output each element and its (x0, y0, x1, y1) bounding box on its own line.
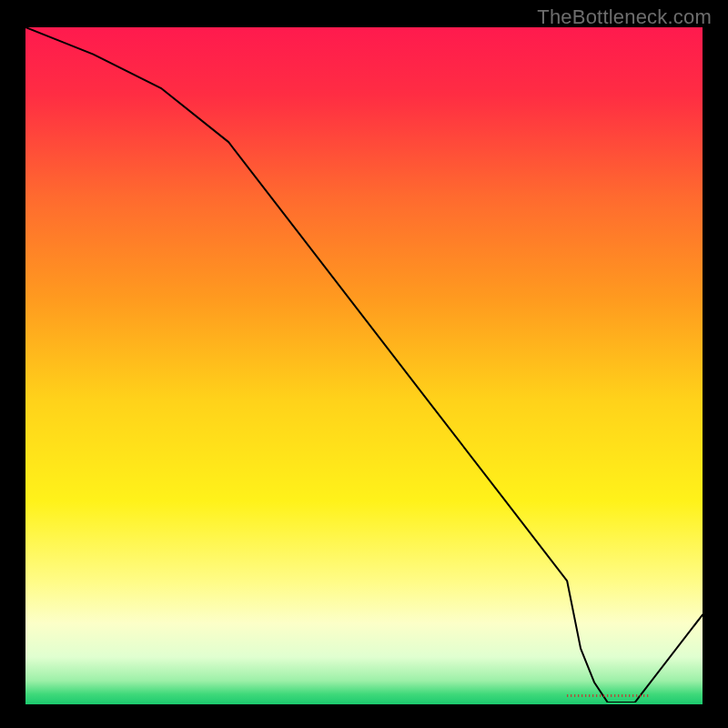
plot-area (25, 27, 703, 703)
bottleneck-curve (25, 27, 703, 703)
chart-container: TheBottleneck.com (0, 0, 728, 728)
watermark-text: TheBottleneck.com (537, 5, 712, 29)
